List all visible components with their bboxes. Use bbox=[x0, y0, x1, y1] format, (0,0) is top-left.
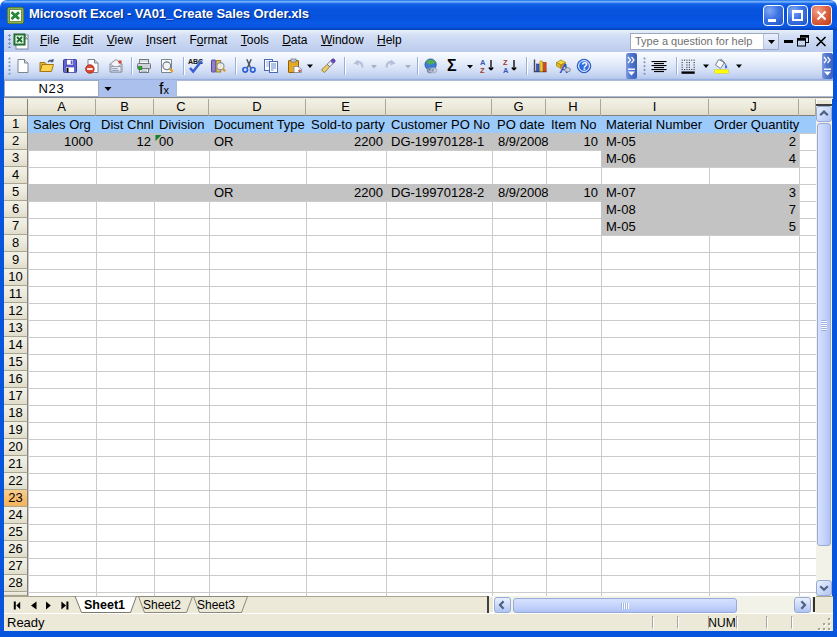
svg-text:?: ? bbox=[581, 60, 587, 72]
svg-text:Z: Z bbox=[480, 66, 485, 74]
svg-text:A: A bbox=[503, 66, 509, 74]
svg-text:Sheet2: Sheet2 bbox=[143, 598, 181, 612]
svg-text:Sheet1: Sheet1 bbox=[84, 598, 125, 612]
svg-text:Sheet3: Sheet3 bbox=[197, 598, 235, 612]
